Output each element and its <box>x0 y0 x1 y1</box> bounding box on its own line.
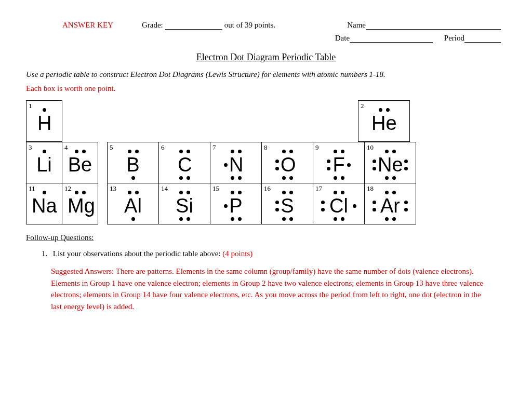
element-cell-si: 14Si <box>158 183 210 224</box>
element-symbol: Be <box>68 155 92 175</box>
date-blank[interactable] <box>350 42 433 43</box>
electron-dot <box>75 150 78 153</box>
atomic-number: 10 <box>367 143 374 152</box>
atomic-number: 18 <box>367 184 374 193</box>
electron-dot <box>353 204 356 208</box>
element-symbol: Ar <box>378 196 403 216</box>
electron-dot <box>131 176 135 180</box>
element-symbol: Al <box>121 196 145 216</box>
element-symbol: F <box>332 155 345 175</box>
element-symbol: C <box>178 155 191 175</box>
electron-dot <box>187 217 190 221</box>
element-symbol: B <box>126 155 140 175</box>
electron-dot <box>282 217 286 221</box>
period-blank[interactable] <box>464 42 501 43</box>
element-symbol: S <box>281 196 294 216</box>
electron-dot <box>238 191 242 194</box>
element-cell-be: 4Be <box>62 142 98 183</box>
electron-dot <box>289 191 293 194</box>
lewis-structure: Na <box>32 196 57 216</box>
electron-dot <box>392 217 396 221</box>
electron-dot <box>231 176 234 180</box>
electron-dot <box>43 150 46 153</box>
electron-dot <box>179 191 183 194</box>
ptable-row: 1H2He <box>26 100 506 142</box>
element-symbol: O <box>281 155 294 175</box>
atomic-number: 14 <box>161 184 168 193</box>
element-symbol: H <box>37 113 51 133</box>
electron-dot <box>128 150 131 153</box>
element-cell-s: 16S <box>261 183 313 224</box>
electron-dot <box>231 217 234 221</box>
element-cell-na: 11Na <box>26 183 62 224</box>
atomic-number: 11 <box>29 184 35 193</box>
electron-dot <box>341 217 344 221</box>
electron-dot <box>82 150 86 153</box>
electron-dot <box>282 176 286 180</box>
electron-dot <box>82 191 86 194</box>
electron-dot <box>321 201 325 204</box>
lewis-structure: Ar <box>378 196 403 216</box>
electron-dot <box>238 217 242 221</box>
electron-dot <box>341 150 344 153</box>
atomic-number: 9 <box>315 143 319 152</box>
electron-dot <box>187 191 190 194</box>
element-cell-li: 3Li <box>26 142 62 183</box>
electron-dot <box>404 167 408 170</box>
lewis-structure: Be <box>68 155 92 175</box>
element-symbol: Ne <box>378 155 403 175</box>
electron-dot <box>128 191 131 194</box>
name-section: Name <box>347 21 501 30</box>
ptable-gap <box>98 100 150 142</box>
lewis-structure: N <box>229 155 243 175</box>
answer-key-label: ANSWER KEY <box>62 21 113 30</box>
element-cell-cl: 17Cl <box>313 183 365 224</box>
electron-dot <box>373 167 376 170</box>
electron-dot <box>179 217 183 221</box>
element-cell-he: 2He <box>358 100 410 142</box>
header-row-1: ANSWER KEY Grade: out of 39 points. Name <box>26 21 506 30</box>
electron-dot <box>179 176 183 180</box>
element-symbol: Mg <box>68 196 92 216</box>
ptable-gap <box>254 100 306 142</box>
grade-blank[interactable] <box>165 21 222 30</box>
electron-dot <box>275 167 279 170</box>
electron-dot <box>373 201 376 204</box>
ptable-gap <box>202 100 254 142</box>
electron-dot <box>334 150 337 153</box>
lewis-structure: Li <box>32 155 57 175</box>
electron-dot <box>131 217 135 221</box>
element-cell-ar: 18Ar <box>364 183 416 224</box>
lewis-structure: B <box>126 155 140 175</box>
ptable-gap <box>62 100 98 142</box>
element-symbol: He <box>371 113 396 133</box>
electron-dot <box>385 191 389 194</box>
lewis-structure: F <box>332 155 345 175</box>
electron-dot <box>282 150 286 153</box>
lewis-structure: Cl <box>326 196 351 216</box>
lewis-structure: O <box>281 155 294 175</box>
electron-dot <box>289 176 293 180</box>
electron-dot <box>187 150 190 153</box>
element-symbol: Li <box>32 155 57 175</box>
element-symbol: Si <box>172 196 197 216</box>
element-cell-al: 13Al <box>107 183 159 224</box>
atomic-number: 12 <box>64 184 71 193</box>
electron-dot <box>404 160 408 163</box>
lewis-structure: P <box>229 196 243 216</box>
atomic-number: 3 <box>29 143 32 152</box>
electron-dot <box>385 150 389 153</box>
grade-suffix: out of 39 points. <box>224 21 275 30</box>
question-points: (4 points) <box>222 249 252 258</box>
date-period-section: Date Period <box>335 34 501 43</box>
electron-dot <box>404 201 408 204</box>
atomic-number: 6 <box>161 143 165 152</box>
name-blank[interactable] <box>366 29 501 30</box>
element-cell-ne: 10Ne <box>364 142 416 183</box>
atomic-number: 13 <box>110 184 116 193</box>
electron-dot <box>43 108 46 112</box>
element-cell-b: 5B <box>107 142 159 183</box>
element-symbol: P <box>229 196 243 216</box>
electron-dot <box>75 191 78 194</box>
period-label: Period <box>444 34 464 42</box>
